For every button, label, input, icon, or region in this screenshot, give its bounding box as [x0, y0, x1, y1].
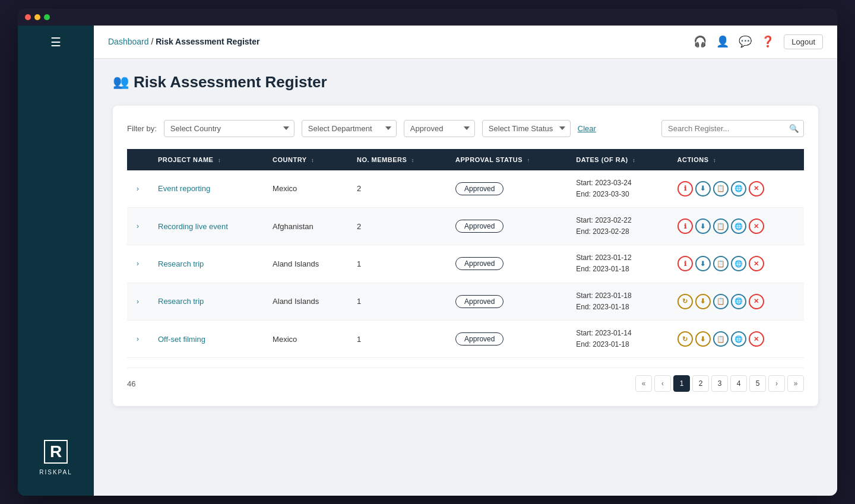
window-maximize-dot[interactable]	[44, 14, 50, 20]
menu-icon[interactable]: ☰	[50, 35, 61, 49]
close-icon[interactable]: ✕	[749, 218, 764, 234]
header: Dashboard / Risk Assessment Register 🎧 👤…	[94, 26, 837, 59]
close-icon[interactable]: ✕	[749, 294, 764, 309]
edit-icon[interactable]: 📋	[713, 294, 729, 309]
row-chevron[interactable]: ›	[127, 170, 148, 208]
pagination-page-1[interactable]: 1	[673, 375, 690, 392]
project-link[interactable]: Event reporting	[158, 184, 210, 193]
edit-icon[interactable]: 📋	[713, 181, 729, 196]
approval-badge: Approved	[455, 332, 504, 345]
pagination: «‹12345›»	[635, 375, 804, 392]
row-chevron[interactable]: ›	[127, 245, 148, 283]
clear-button[interactable]: Clear	[578, 124, 596, 133]
pagination-last[interactable]: »	[787, 375, 804, 392]
total-count: 46	[127, 379, 135, 388]
logout-button[interactable]: Logout	[784, 34, 823, 49]
end-date: End: 2023-01-18	[576, 264, 658, 275]
globe-icon[interactable]: 🌐	[731, 218, 746, 234]
row-project-name: Research trip	[148, 245, 263, 283]
breadcrumb-separator: /	[151, 37, 153, 46]
row-dates: Start: 2023-02-22 End: 2023-02-28	[566, 207, 667, 245]
filter-row: Filter by: Select Country Select Departm…	[127, 120, 804, 137]
help-icon[interactable]: ❓	[761, 35, 774, 48]
pagination-page-3[interactable]: 3	[711, 375, 728, 392]
table-wrapper: PROJECT NAME ↕ COUNTRY ↕ NO. MEMBERS ↕ A…	[127, 149, 804, 359]
status-select[interactable]: Approved	[404, 120, 475, 137]
download-icon[interactable]: ⬇	[695, 218, 711, 234]
user-icon[interactable]: 👤	[716, 35, 729, 48]
col-country[interactable]: COUNTRY ↕	[263, 149, 347, 170]
info-icon[interactable]: ℹ	[677, 256, 693, 271]
globe-icon[interactable]: 🌐	[731, 256, 746, 271]
pagination-first[interactable]: «	[635, 375, 652, 392]
approval-badge: Approved	[455, 257, 504, 270]
close-icon[interactable]: ✕	[749, 331, 764, 347]
close-icon[interactable]: ✕	[749, 181, 764, 196]
col-members[interactable]: NO. MEMBERS ↕	[347, 149, 446, 170]
row-actions: ℹ ⬇ 📋 🌐 ✕	[668, 207, 804, 245]
col-dates[interactable]: DATES (OF RA) ↕	[566, 149, 667, 170]
row-members: 2	[347, 207, 446, 245]
search-input[interactable]	[661, 120, 804, 137]
pagination-page-4[interactable]: 4	[730, 375, 747, 392]
department-select[interactable]: Select Department	[302, 120, 397, 137]
edit-icon[interactable]: 📋	[713, 218, 729, 234]
row-actions: ℹ ⬇ 📋 🌐 ✕	[668, 170, 804, 208]
row-dates: Start: 2023-01-18 End: 2023-01-18	[566, 283, 667, 320]
chat-icon[interactable]: 💬	[739, 35, 752, 48]
pagination-prev[interactable]: ‹	[654, 375, 671, 392]
breadcrumb-home-link[interactable]: Dashboard	[108, 37, 149, 46]
actions-cell: ℹ ⬇ 📋 🌐 ✕	[677, 181, 794, 196]
row-approval: Approved	[446, 321, 566, 358]
time-status-select[interactable]: Select Time Status	[482, 120, 571, 137]
window-close-dot[interactable]	[25, 14, 31, 20]
dates-cell: Start: 2023-03-24 End: 2023-03-30	[576, 177, 658, 200]
window-minimize-dot[interactable]	[34, 14, 40, 20]
project-link[interactable]: Recording live event	[158, 222, 228, 231]
pagination-page-2[interactable]: 2	[692, 375, 709, 392]
info-icon[interactable]: ↻	[677, 294, 693, 309]
globe-icon[interactable]: 🌐	[731, 181, 746, 196]
pagination-next[interactable]: ›	[768, 375, 785, 392]
table-row: › Off-set filming Mexico 1 Approved Star…	[127, 321, 804, 358]
project-link[interactable]: Off-set filming	[158, 335, 205, 344]
col-actions[interactable]: ACTIONS ↕	[668, 149, 804, 170]
row-dates: Start: 2023-01-14 End: 2023-01-18	[566, 321, 667, 358]
headset-icon[interactable]: 🎧	[694, 35, 707, 48]
register-table: PROJECT NAME ↕ COUNTRY ↕ NO. MEMBERS ↕ A…	[127, 149, 804, 359]
download-icon[interactable]: ⬇	[695, 181, 711, 196]
close-icon[interactable]: ✕	[749, 256, 764, 271]
row-chevron[interactable]: ›	[127, 207, 148, 245]
dates-cell: Start: 2023-02-22 End: 2023-02-28	[576, 215, 658, 237]
project-link[interactable]: Research trip	[158, 259, 204, 268]
actions-cell: ↻ ⬇ 📋 🌐 ✕	[677, 294, 794, 309]
screen-wrapper: ☰ R RISKPAL Dashboard / Risk Assessment …	[18, 9, 837, 496]
info-icon[interactable]: ℹ	[677, 218, 693, 234]
col-approval[interactable]: APPROVAL STATUS ↑	[446, 149, 566, 170]
info-icon[interactable]: ℹ	[677, 181, 693, 196]
country-select[interactable]: Select Country	[164, 120, 294, 137]
pagination-row: 46 «‹12345›»	[127, 367, 804, 392]
table-body: › Event reporting Mexico 2 Approved Star…	[127, 170, 804, 358]
row-country: Mexico	[263, 321, 347, 358]
globe-icon[interactable]: 🌐	[731, 331, 746, 347]
row-chevron[interactable]: ›	[127, 321, 148, 358]
edit-icon[interactable]: 📋	[713, 256, 729, 271]
search-button[interactable]: 🔍	[789, 124, 799, 133]
download-icon[interactable]: ⬇	[695, 294, 711, 309]
row-approval: Approved	[446, 283, 566, 320]
download-icon[interactable]: ⬇	[695, 256, 711, 271]
download-icon[interactable]: ⬇	[695, 331, 711, 347]
col-project-name[interactable]: PROJECT NAME ↕	[148, 149, 263, 170]
info-icon[interactable]: ↻	[677, 331, 693, 347]
row-chevron[interactable]: ›	[127, 283, 148, 320]
row-approval: Approved	[446, 245, 566, 283]
edit-icon[interactable]: 📋	[713, 331, 729, 347]
row-country: Aland Islands	[263, 245, 347, 283]
globe-icon[interactable]: 🌐	[731, 294, 746, 309]
pagination-page-5[interactable]: 5	[749, 375, 766, 392]
project-link[interactable]: Research trip	[158, 297, 204, 306]
dates-cell: Start: 2023-01-18 End: 2023-01-18	[576, 290, 658, 313]
row-dates: Start: 2023-03-24 End: 2023-03-30	[566, 170, 667, 208]
row-members: 1	[347, 283, 446, 320]
